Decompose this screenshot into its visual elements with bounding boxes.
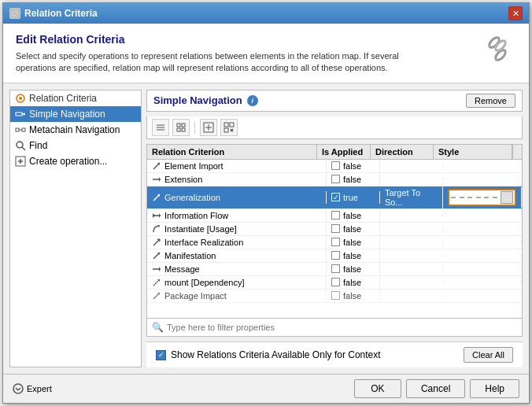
toolbar-btn-1[interactable] [152,119,169,136]
cancel-button[interactable]: Cancel [406,379,465,398]
toolbar-btn-4[interactable] [220,119,238,136]
applied-checkbox[interactable] [331,278,340,286]
row-icon [152,251,161,260]
td-criterion: Message [147,263,327,275]
td-applied: false [327,173,380,186]
table-row[interactable]: Extension false [147,173,522,186]
expert-button[interactable]: Expert [13,383,52,394]
td-criterion: Generalization [147,191,327,204]
svg-rect-11 [22,128,25,131]
filter-row: 🔍 [147,318,522,336]
applied-checkbox[interactable] [331,251,340,260]
style-cell: ... [448,189,516,206]
td-direction [380,178,443,181]
svg-line-1 [13,11,17,16]
remove-button[interactable]: Remove [466,94,515,108]
td-style [443,214,522,217]
table-row[interactable]: Interface Realization false [147,236,522,249]
row-icon [152,224,161,234]
td-style [443,241,522,244]
row-icon [152,291,161,301]
td-applied: false [327,223,380,235]
td-criterion: Instantiate [Usage] [147,223,327,235]
main-content: Relation Criteria Simple Navigation Meta [3,83,529,374]
td-criterion: Element Import [147,160,327,172]
panel-header: Simple Navigation i Remove [146,90,523,112]
applied-checkbox[interactable] [331,238,340,246]
td-style [443,178,522,181]
row-icon [152,264,161,274]
title-bar-left: Relation Criteria [9,8,98,19]
sidebar-item-create-operation[interactable]: Create operation... [10,153,141,169]
table-header: Relation Criterion Is Applied Direction … [147,145,522,160]
metachain-icon [15,124,26,135]
sidebar-item-simple-navigation[interactable]: Simple Navigation [10,106,141,122]
table-row[interactable]: Manifestation false [147,249,522,263]
svg-marker-41 [159,213,161,218]
svg-line-14 [22,147,25,150]
td-direction [380,214,443,217]
checkbox-row: ✓ Show Relations Criteria Available Only… [156,349,381,360]
applied-checkbox[interactable] [331,161,340,170]
td-style [443,254,522,257]
window-icon [9,8,20,19]
simple-nav-icon [15,109,26,120]
table-row[interactable]: Message false [147,263,522,276]
header-section: Edit Relation Criteria Select and specif… [3,24,529,83]
td-applied: false [327,249,380,262]
find-icon [15,140,26,151]
style-ellipsis-button[interactable]: ... [501,191,513,204]
td-applied: false [327,236,380,249]
sidebar-item-metachain-navigation[interactable]: Metachain Navigation [10,122,141,138]
toolbar-btn-2[interactable] [172,119,190,136]
row-icon [152,175,161,184]
applied-checkbox[interactable] [331,175,340,183]
criteria-table: Relation Criterion Is Applied Direction … [146,144,523,337]
td-direction [380,268,443,271]
svg-marker-9 [24,113,25,116]
filter-icon: 🔍 [152,322,164,333]
td-style [443,227,522,231]
applied-checkbox[interactable] [331,224,340,233]
create-icon [15,156,26,167]
svg-line-55 [18,388,20,390]
table-body: Element Import false [147,160,522,318]
svg-marker-40 [153,213,155,218]
td-style [443,281,522,284]
svg-rect-23 [177,128,180,131]
td-direction [380,254,443,257]
filter-input[interactable] [167,323,517,332]
info-icon[interactable]: i [247,95,258,106]
footer-buttons: OK Cancel Help [354,379,519,398]
svg-point-13 [17,142,23,148]
footer: Expert OK Cancel Help [3,374,529,403]
context-checkbox[interactable]: ✓ [156,350,166,360]
td-direction [380,294,443,297]
applied-checkbox[interactable]: ✓ [331,193,340,201]
main-window: Relation Criteria ✕ Edit Relation Criter… [2,2,530,404]
row-icon [152,161,161,171]
table-row[interactable]: Instantiate [Usage] false [147,223,522,236]
panel-title: Simple Navigation i [153,94,258,106]
ok-button[interactable]: OK [354,379,401,398]
toolbar-btn-3[interactable] [200,119,217,136]
help-button[interactable]: Help [470,379,519,398]
table-row-generalization[interactable]: Generalization ✓ true Target To So... [147,186,522,209]
bottom-section: ✓ Show Relations Criteria Available Only… [146,341,523,367]
table-row[interactable]: Element Import false [147,160,522,173]
chevron-down-icon [13,383,24,394]
table-row[interactable]: mount [Dependency] false [147,276,522,290]
td-style [443,294,522,297]
close-button[interactable]: ✕ [508,6,523,20]
th-criterion: Relation Criterion [147,145,317,159]
sidebar-item-find[interactable]: Find [10,138,141,153]
sidebar-item-relation-criteria[interactable]: Relation Criteria [10,90,141,106]
svg-rect-22 [182,124,185,127]
applied-checkbox[interactable] [331,211,340,220]
applied-checkbox[interactable] [331,291,340,300]
applied-checkbox[interactable] [331,264,340,273]
clear-all-button[interactable]: Clear All [464,347,513,363]
table-row[interactable]: Information Flow false [147,209,522,223]
header-title: Edit Relation Criteria [16,33,516,46]
table-row[interactable]: Package Impact false [147,290,522,303]
